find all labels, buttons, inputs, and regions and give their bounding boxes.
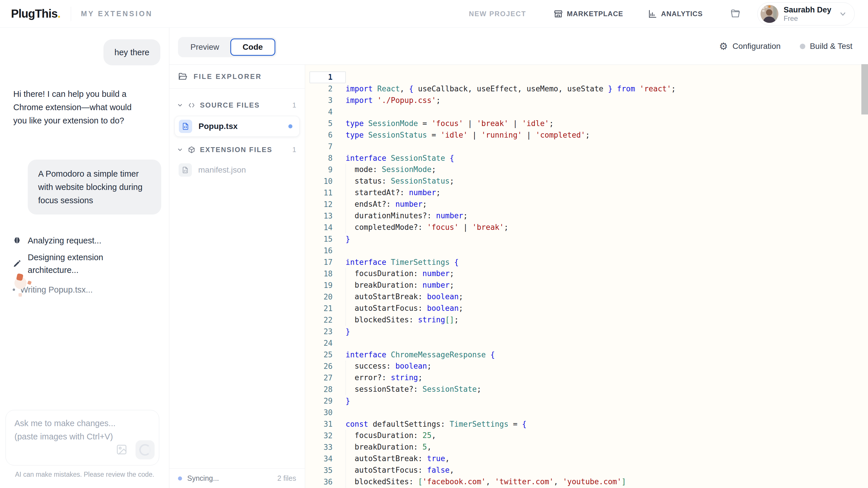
code-line[interactable]: 30 (305, 407, 868, 418)
code-line[interactable]: 3import './Popup.css'; (305, 94, 868, 106)
code-text: type SessionMode = 'focus' | 'break' | '… (346, 119, 554, 128)
code-line[interactable]: 29} (305, 395, 868, 407)
line-number: 1 (305, 73, 333, 82)
indent-guide (346, 164, 354, 175)
indent-guide (346, 187, 354, 199)
code-text: focusDuration: 25, (346, 430, 436, 441)
code-text: autoStartBreak: true, (346, 453, 450, 465)
indent-guide (346, 430, 354, 441)
chat-input[interactable] (14, 417, 116, 460)
code-line[interactable]: 18focusDuration: number; (305, 268, 868, 280)
section-extension-files[interactable]: EXTENSION FILES 1 (169, 141, 305, 159)
file-item-manifest-json[interactable]: manifest.json (169, 161, 305, 179)
code-text: interface TimerSettings { (346, 258, 459, 266)
new-project-button[interactable]: NEW PROJECT (469, 10, 526, 18)
analytics-button[interactable]: ANALYTICS (648, 9, 703, 19)
indent-guide (346, 372, 354, 384)
burst-particle (19, 293, 22, 297)
code-text: autoStartBreak: boolean; (346, 291, 463, 303)
configuration-button[interactable]: ⚙ Configuration (719, 41, 781, 51)
tab-preview[interactable]: Preview (180, 38, 230, 56)
code-line[interactable]: 14completedMode?: 'focus' | 'break'; (305, 222, 868, 233)
status-label: Writing Popup.tsx... (20, 283, 93, 296)
explorer-footer: Syncing... 2 files (169, 468, 305, 488)
code-line[interactable]: 28sessionState?: SessionState; (305, 384, 868, 395)
file-item-popup-tsx[interactable]: Popup.tsx (175, 116, 300, 137)
code-brackets-icon (188, 102, 195, 108)
status-label: Designing extension architecture... (28, 251, 115, 277)
indent-guide (346, 222, 354, 233)
configuration-label: Configuration (733, 41, 781, 51)
file-explorer-title: FILE EXPLORER (194, 73, 262, 81)
status-item-analyzing: Analyzing request... (13, 234, 101, 247)
code-line[interactable]: 7 (305, 141, 868, 152)
code-line[interactable]: 13durationMinutes?: number; (305, 210, 868, 222)
line-number: 4 (305, 108, 333, 116)
section-label: SOURCE FILES (200, 101, 260, 109)
code-line[interactable]: 16 (305, 245, 868, 256)
line-number: 26 (305, 362, 333, 371)
code-line[interactable]: 20autoStartBreak: boolean; (305, 291, 868, 303)
code-line[interactable]: 1 (305, 71, 868, 83)
code-text: blockedSites: string[]; (346, 314, 459, 326)
code-text: status: SessionStatus; (346, 175, 454, 187)
code-line[interactable]: 34autoStartBreak: true, (305, 453, 868, 465)
logo-text: PlugThis (11, 7, 58, 20)
code-line[interactable]: 12endsAt?: number; (305, 199, 868, 210)
code-line[interactable]: 5type SessionMode = 'focus' | 'break' | … (305, 118, 868, 129)
attach-image-button[interactable] (116, 444, 127, 455)
avatar (761, 5, 778, 23)
code-line[interactable]: 24 (305, 337, 868, 349)
code-text: const defaultSettings: TimerSettings = { (346, 420, 526, 428)
code-line[interactable]: 2import React, { useCallback, useEffect,… (305, 83, 868, 94)
code-line[interactable]: 8interface SessionState { (305, 152, 868, 164)
bar-chart-icon (648, 9, 657, 19)
user-menu[interactable]: Saurabh Dey Free (757, 2, 855, 25)
code-line[interactable]: 19breakDuration: number; (305, 280, 868, 291)
code-file-icon (179, 120, 192, 133)
code-line[interactable]: 36blockedSites: ['facebook.com', 'twitte… (305, 476, 868, 488)
code-text: } (346, 235, 350, 243)
code-line[interactable]: 11startedAt?: number; (305, 187, 868, 199)
projects-folder-button[interactable] (730, 9, 741, 19)
build-test-label: Build & Test (810, 41, 852, 51)
code-line[interactable]: 32focusDuration: 25, (305, 430, 868, 441)
code-line[interactable]: 6type SessionStatus = 'idle' | 'running'… (305, 129, 868, 141)
code-editor[interactable]: 12import React, { useCallback, useEffect… (305, 65, 868, 488)
code-line[interactable]: 9mode: SessionMode; (305, 164, 868, 175)
line-number: 2 (305, 84, 333, 93)
user-message-bubble: A Pomodoro a simple timer with website b… (28, 160, 161, 214)
section-source-files[interactable]: SOURCE FILES 1 (169, 96, 305, 114)
code-line[interactable]: 23} (305, 326, 868, 337)
code-line[interactable]: 31const defaultSettings: TimerSettings =… (305, 418, 868, 430)
build-test-button[interactable]: Build & Test (800, 41, 852, 51)
indent-guide (346, 268, 354, 280)
code-text: endsAt?: number; (346, 199, 427, 210)
code-line[interactable]: 21autoStartFocus: boolean; (305, 303, 868, 314)
file-explorer-header: FILE EXPLORER (169, 65, 305, 89)
sync-status-label: Syncing... (187, 474, 219, 483)
marketplace-button[interactable]: MARKETPLACE (554, 9, 623, 19)
brain-icon (13, 236, 21, 245)
code-line[interactable]: 10status: SessionStatus; (305, 175, 868, 187)
code-line[interactable]: 22blockedSites: string[]; (305, 314, 868, 326)
editor-scrollbar[interactable] (861, 64, 868, 114)
line-number: 13 (305, 211, 333, 220)
tab-code[interactable]: Code (230, 38, 275, 56)
code-line[interactable]: 17interface TimerSettings { (305, 256, 868, 268)
top-navbar: PlugThis. MY EXTENSION NEW PROJECT MARKE… (0, 0, 868, 28)
code-line[interactable]: 15} (305, 233, 868, 245)
code-line[interactable]: 26success: boolean; (305, 361, 868, 372)
code-text: blockedSites: ['facebook.com', 'twitter.… (346, 476, 626, 488)
code-line[interactable]: 27error?: string; (305, 372, 868, 384)
app-logo[interactable]: PlugThis. (11, 7, 60, 20)
line-number: 27 (305, 374, 333, 382)
code-line[interactable]: 35autoStartFocus: false, (305, 465, 868, 476)
indent-guide (346, 465, 354, 476)
code-line[interactable]: 4 (305, 106, 868, 118)
send-button[interactable] (135, 440, 155, 459)
code-text: } (346, 397, 350, 405)
code-line[interactable]: 33breakDuration: 5, (305, 441, 868, 453)
code-line[interactable]: 25interface ChromeMessageResponse { (305, 349, 868, 361)
line-number: 3 (305, 96, 333, 105)
